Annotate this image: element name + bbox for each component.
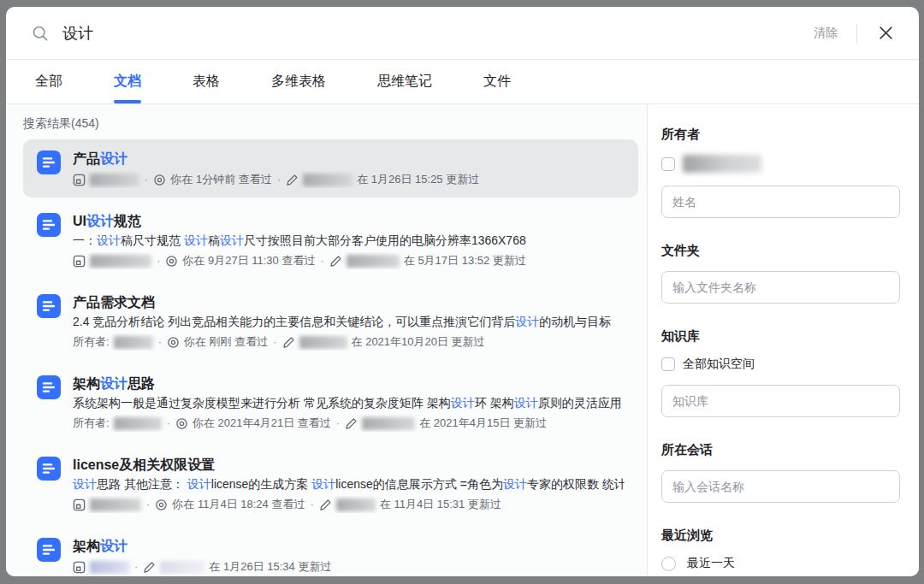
owner-checkbox-row[interactable] [661, 155, 900, 173]
eye-icon [153, 174, 166, 186]
dot-separator: · [273, 333, 276, 351]
result-title: 产品需求文档 [73, 292, 625, 312]
result-snippet: 设计思路 其他注意： 设计license的生成方案 设计license的信息展示… [73, 475, 625, 493]
meta-text: 在 2021年4月15日 更新过 [419, 415, 547, 432]
close-button[interactable] [874, 22, 897, 44]
result-snippet: 2.4 竞品分析结论 列出竞品相关能力的主要信息和关键结论，可以重点推演它们背后… [73, 313, 625, 331]
pencil-icon [319, 498, 332, 511]
wiki-all-label: 全部知识空间 [683, 357, 755, 372]
redacted-text [160, 561, 204, 574]
pencil-icon [143, 561, 156, 574]
meta-text: 所有者: [73, 415, 110, 432]
owner-checkbox[interactable] [661, 157, 675, 171]
doc-icon [37, 375, 61, 399]
search-header: 清除 [6, 7, 919, 60]
meta-text: 你在 9月27日 11:30 查看过 [182, 252, 315, 269]
tab-2[interactable]: 表格 [192, 60, 220, 103]
meta-text: 你在 1分钟前 查看过 [170, 171, 271, 188]
doc-icon [37, 294, 61, 318]
eye-icon [167, 336, 180, 349]
tab-0[interactable]: 全部 [35, 60, 62, 103]
result-meta: ·你在 1分钟前 查看过·在 1月26日 15:25 更新过 [73, 171, 625, 188]
filter-section-folder: 文件夹 [661, 243, 900, 304]
search-icon [32, 25, 49, 42]
eye-icon [165, 255, 178, 268]
dot-separator: · [157, 252, 160, 269]
chat-heading: 所在会话 [661, 442, 900, 458]
result-meta: 所有者:·你在 2021年4月21日 查看过·在 2021年4月15日 更新过 [73, 415, 625, 432]
dot-separator: · [320, 252, 323, 269]
wiki-all-checkbox[interactable] [661, 357, 675, 371]
eye-icon [155, 498, 168, 511]
pencil-icon [329, 255, 342, 268]
redacted-text [336, 498, 376, 511]
result-snippet: 一：设计稿尺寸规范 设计稿设计尺寸按照目前大部分客户使用的电脑分辨率1366X7… [73, 232, 625, 250]
tab-3[interactable]: 多维表格 [271, 60, 326, 103]
redacted-text [299, 336, 347, 349]
header-divider [856, 24, 857, 43]
result-list: 产品设计·你在 1分钟前 查看过·在 1月26日 15:25 更新过UI设计规范… [23, 139, 638, 576]
folder-heading: 文件夹 [661, 243, 900, 259]
meta-text: 所有者: [73, 333, 110, 351]
dot-separator: · [158, 333, 162, 351]
redacted-text [114, 336, 153, 349]
meta-text: 在 1月26日 15:34 更新过 [209, 558, 331, 575]
result-meta: ·你在 11月4日 18:24 查看过·在 11月4日 15:31 更新过 [73, 496, 625, 513]
meta-text: 你在 11月4日 18:24 查看过 [172, 496, 305, 513]
search-result-row[interactable]: 产品设计·你在 1分钟前 查看过·在 1月26日 15:25 更新过 [23, 139, 638, 198]
dot-separator: · [336, 415, 340, 432]
tab-4[interactable]: 思维笔记 [377, 60, 432, 103]
tab-5[interactable]: 文件 [483, 60, 511, 103]
redacted-text [346, 255, 400, 268]
space-icon [73, 561, 86, 574]
pencil-icon [345, 417, 358, 430]
recent-option-row[interactable]: 最近一天 [661, 556, 900, 571]
doc-icon [37, 213, 61, 237]
search-result-row[interactable]: license及相关权限设置设计思路 其他注意： 设计license的生成方案 … [23, 445, 638, 522]
redacted-text [90, 561, 129, 574]
meta-text: 你在 2021年4月21日 查看过 [192, 415, 331, 432]
search-result-row[interactable]: UI设计规范一：设计稿尺寸规范 设计稿设计尺寸按照目前大部分客户使用的电脑分辨率… [23, 202, 638, 279]
search-result-row[interactable]: 架构设计思路系统架构一般是通过复杂度模型来进行分析 常见系统的复杂度矩阵 架构设… [23, 364, 638, 441]
wiki-heading: 知识库 [661, 328, 900, 345]
search-result-row[interactable]: 架构设计·在 1月26日 15:34 更新过 [23, 527, 638, 576]
result-snippet: 系统架构一般是通过复杂度模型来进行分析 常见系统的复杂度矩阵 架构设计环 架构设… [73, 394, 625, 412]
owner-name-input[interactable] [661, 186, 900, 218]
pencil-icon [286, 174, 299, 186]
search-result-row[interactable]: 产品需求文档2.4 竞品分析结论 列出竞品相关能力的主要信息和关键结论，可以重点… [23, 283, 638, 360]
result-meta: 所有者:·你在 刚刚 查看过·在 2021年10月20日 更新过 [73, 333, 625, 351]
dot-separator: · [145, 171, 148, 188]
folder-input[interactable] [661, 271, 900, 304]
content: 搜索结果(454) 产品设计·你在 1分钟前 查看过·在 1月26日 15:25… [6, 104, 919, 576]
filter-sidebar: 所有者 文件夹 知识库 全部知识空间 所在会话 [647, 104, 919, 576]
space-icon [73, 498, 86, 511]
wiki-all-checkbox-row[interactable]: 全部知识空间 [661, 357, 900, 372]
meta-text: 在 2021年10月20日 更新过 [352, 333, 485, 351]
wiki-input[interactable] [661, 385, 900, 417]
dot-separator: · [134, 558, 138, 575]
result-title: 架构设计 [73, 536, 625, 556]
dot-separator: · [310, 496, 313, 513]
tab-1[interactable]: 文档 [114, 60, 141, 103]
redacted-text [303, 174, 352, 186]
filter-section-chat: 所在会话 [661, 442, 900, 503]
recent-radio[interactable] [661, 557, 676, 571]
meta-text: 在 5月17日 13:52 更新过 [404, 252, 526, 269]
dot-separator: · [277, 171, 281, 188]
search-input[interactable] [62, 24, 812, 42]
redacted-text [114, 417, 162, 430]
result-title: 产品设计 [73, 149, 625, 168]
doc-icon [37, 457, 61, 481]
result-type-tabs: 全部文档表格多维表格思维笔记文件 [6, 60, 919, 104]
result-list-pane: 搜索结果(454) 产品设计·你在 1分钟前 查看过·在 1月26日 15:25… [6, 104, 647, 576]
meta-text: 在 1月26日 15:25 更新过 [357, 171, 479, 188]
filter-section-wiki: 知识库 全部知识空间 [661, 328, 900, 417]
owner-heading: 所有者 [661, 127, 900, 143]
meta-text: 在 11月4日 15:31 更新过 [380, 496, 501, 513]
redacted-text [90, 498, 141, 511]
dot-separator: · [167, 415, 170, 432]
result-title: UI设计规范 [73, 211, 625, 231]
clear-button[interactable]: 清除 [812, 22, 839, 44]
result-meta: ·在 1月26日 15:34 更新过 [73, 558, 625, 575]
chat-input[interactable] [661, 470, 900, 503]
